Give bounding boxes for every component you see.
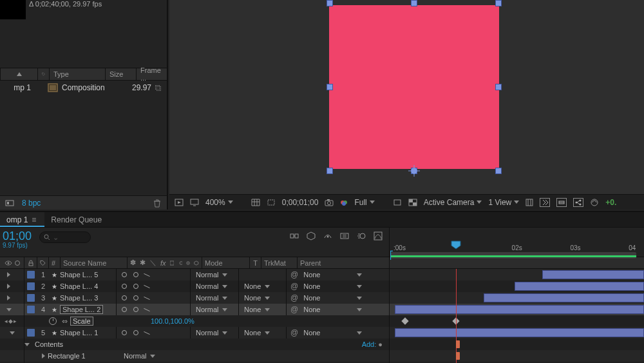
shape-rectangle[interactable] <box>329 5 499 169</box>
work-area-start-icon[interactable]: ⎡ <box>390 251 393 260</box>
camera-dropdown[interactable]: Active Camera <box>424 198 482 207</box>
comp-mini-flowchart-icon[interactable] <box>290 231 299 240</box>
project-col-frame[interactable]: Frame ... <box>136 68 167 80</box>
pickwhip-icon[interactable]: @ <box>290 305 298 314</box>
resolution-dropdown[interactable]: Full <box>354 198 374 207</box>
pickwhip-icon[interactable]: @ <box>290 282 298 291</box>
layer-label-chip[interactable] <box>27 294 35 302</box>
layer-duration-bar[interactable] <box>515 282 644 291</box>
layer-label-chip[interactable] <box>27 329 35 337</box>
twirl-open-icon[interactable] <box>24 343 30 346</box>
transparency-grid-icon[interactable] <box>408 199 417 206</box>
handle-bottom-left[interactable] <box>327 168 333 174</box>
project-col-type[interactable]: Type <box>49 68 105 80</box>
shape-bounding-box[interactable] <box>324 0 504 174</box>
layer-name[interactable]: ★Shape L... 2 <box>49 304 116 315</box>
handle-bottom-right[interactable] <box>495 168 502 174</box>
layer-label-chip[interactable] <box>27 306 35 313</box>
add-shape-button[interactable]: Add: ● <box>362 340 383 348</box>
collapse-transform-icon[interactable] <box>120 306 128 313</box>
layer-switches[interactable] <box>116 304 191 315</box>
composition-marker[interactable] <box>456 352 460 360</box>
always-preview-icon[interactable] <box>175 199 184 206</box>
pixel-aspect-icon[interactable] <box>526 199 533 206</box>
quality-icon[interactable] <box>132 282 140 290</box>
show-channel-icon[interactable] <box>340 199 348 206</box>
collapse-transform-icon[interactable] <box>120 294 128 302</box>
project-item-row[interactable]: mp 1 Composition 29.97 ⿻ <box>0 81 167 95</box>
layer-name[interactable]: ★Shape L... 5 <box>49 269 116 280</box>
quality-icon[interactable] <box>132 271 140 279</box>
lock-icon[interactable] <box>28 260 34 266</box>
rectangle-group-row[interactable]: Rectangle 1 Normal <box>0 350 644 362</box>
keyframe-diamond[interactable] <box>401 317 408 324</box>
shape-blend-mode[interactable]: Normal <box>118 350 183 362</box>
composition-canvas[interactable] <box>169 0 644 194</box>
graph-editor-icon[interactable] <box>374 231 383 240</box>
link-dimensions-icon[interactable]: ⇔ <box>62 317 68 326</box>
handle-top-right[interactable] <box>495 0 502 6</box>
collapse-transform-icon[interactable] <box>120 329 128 337</box>
timeline-search-input[interactable]: ⌄ <box>39 231 91 243</box>
layer-duration-bar[interactable] <box>542 270 644 279</box>
stopwatch-icon[interactable] <box>49 317 57 325</box>
parent-dropdown[interactable]: @None <box>286 269 366 280</box>
twirl-open-icon[interactable] <box>6 308 12 311</box>
project-col-size[interactable]: Size <box>105 68 136 80</box>
zoom-dropdown[interactable]: 400% <box>205 198 233 207</box>
layer-row[interactable]: 3 ★Shape L... 3 Normal None @None <box>0 292 644 304</box>
twirl-open-icon[interactable] <box>10 331 15 335</box>
view-count-dropdown[interactable]: 1 View <box>488 198 519 207</box>
trash-icon[interactable] <box>153 199 162 208</box>
layer-row[interactable]: 2 ★Shape L... 4 Normal None @None <box>0 280 644 292</box>
blend-mode-dropdown[interactable]: Normal <box>191 269 238 280</box>
trackmatte-dropdown[interactable] <box>238 269 286 280</box>
twirl-closed-icon[interactable] <box>7 272 10 277</box>
motion-blur-icon[interactable] <box>357 231 366 240</box>
project-col-tag[interactable] <box>37 68 49 80</box>
layer-label-chip[interactable] <box>27 282 35 290</box>
project-col-label[interactable] <box>0 68 37 80</box>
blend-mode-dropdown[interactable]: Normal <box>191 327 238 338</box>
layer-name[interactable]: ★Shape L... 4 <box>49 280 116 292</box>
parent-dropdown[interactable]: @None <box>286 292 366 304</box>
hide-shy-icon[interactable] <box>323 231 332 240</box>
pickwhip-icon[interactable]: @ <box>290 293 298 302</box>
timeline-button-icon[interactable] <box>556 198 567 207</box>
property-value[interactable]: 100.0,100.0% <box>151 317 194 325</box>
current-timecode[interactable]: 01;00 <box>3 230 32 242</box>
layer-switches[interactable] <box>116 327 191 338</box>
anchor-point-icon[interactable] <box>408 165 420 177</box>
playhead-handle[interactable] <box>451 240 461 250</box>
handle-top-center[interactable] <box>411 0 417 6</box>
handle-mid-left[interactable] <box>327 84 333 90</box>
collapse-transform-icon[interactable] <box>120 282 128 290</box>
layer-row[interactable]: 1 ★Shape L... 5 Normal @None <box>0 269 644 280</box>
grid-toggle-icon[interactable] <box>251 199 260 206</box>
time-ruler[interactable]: :00s 02s 03s 04 ⎡ <box>390 230 644 255</box>
trackmatte-dropdown[interactable]: None <box>238 292 286 304</box>
quality-icon[interactable] <box>132 329 140 337</box>
layer-name[interactable]: ★Shape L... 1 <box>49 327 116 338</box>
keyframe-nav-icon[interactable]: ◂◆▸ <box>5 318 17 324</box>
layer-duration-bar[interactable] <box>395 328 644 337</box>
snapshot-icon[interactable] <box>325 199 334 206</box>
frame-blend-icon[interactable] <box>340 231 349 240</box>
exposure-value[interactable]: +0. <box>605 198 616 207</box>
layer-switches[interactable] <box>116 269 191 280</box>
region-of-interest-icon[interactable] <box>393 199 402 206</box>
layer-switches[interactable] <box>116 280 191 292</box>
mask-toggle-icon[interactable] <box>267 199 276 206</box>
quality-icon[interactable] <box>132 306 140 313</box>
parent-dropdown[interactable]: @None <box>286 327 366 338</box>
layer-label-chip[interactable] <box>27 271 35 279</box>
solo-icon[interactable] <box>15 260 20 266</box>
pickwhip-icon[interactable]: @ <box>290 328 298 337</box>
flowchart-button-icon[interactable] <box>573 198 583 207</box>
panel-menu-icon[interactable] <box>32 215 38 224</box>
project-bpc[interactable]: 8 bpc <box>22 199 41 208</box>
layer-switches[interactable] <box>116 292 191 304</box>
blend-mode-dropdown[interactable]: Normal <box>191 280 238 292</box>
composition-marker[interactable] <box>456 340 460 348</box>
blend-mode-dropdown[interactable]: Normal <box>191 292 238 304</box>
